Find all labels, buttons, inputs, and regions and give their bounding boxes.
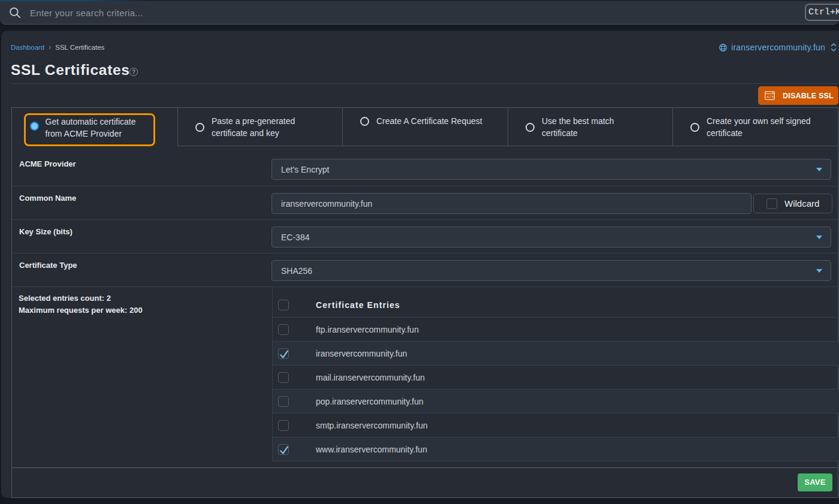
svg-text:</>: </> — [766, 95, 774, 99]
